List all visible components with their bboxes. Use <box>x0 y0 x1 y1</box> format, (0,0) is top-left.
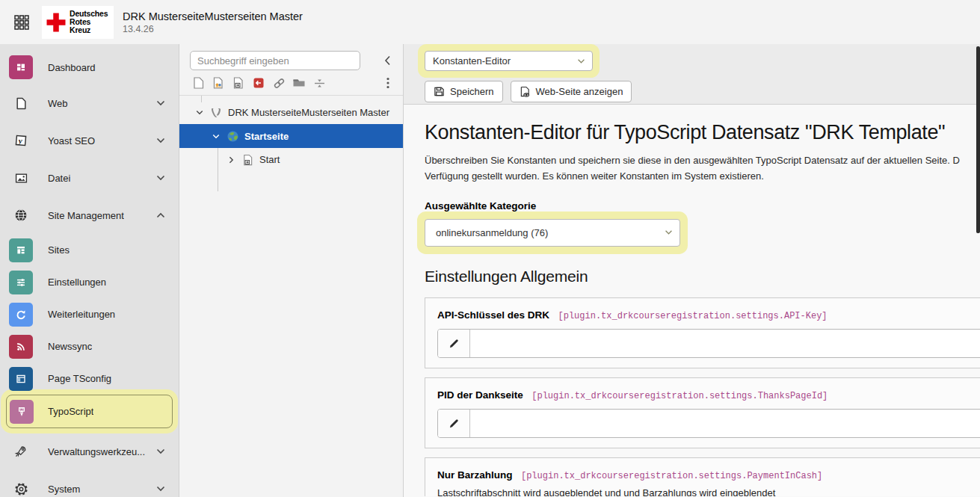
redirect-arrow-icon <box>9 303 33 327</box>
page-tree-panel: DRK MusterseiteMusterseiten Master Start… <box>179 44 404 497</box>
sidebar-item-label: TypoScript <box>48 406 93 417</box>
sidebar-item-yoast-seo[interactable]: y Yoast SEO <box>0 122 179 159</box>
sidebar-item-label: Newssync <box>48 341 92 352</box>
field-description: Lastschriftabschnitt wird ausgeblendet u… <box>437 487 980 496</box>
gear-icon <box>9 477 33 497</box>
yoast-icon: y <box>9 129 33 152</box>
page-layout-icon <box>9 367 33 391</box>
tree-node-start[interactable]: Start <box>179 148 403 171</box>
chevron-down-icon <box>156 448 165 454</box>
tree-node-label: DRK MusterseiteMusterseiten Master <box>228 107 389 118</box>
dashboard-icon <box>9 55 33 79</box>
sidebar-item-page-tsconfig[interactable]: Page TSconfig <box>0 362 179 395</box>
constant-field-panel: Nur Barzahlung [plugin.tx_drkcourseregis… <box>425 457 980 496</box>
new-shortcut-page-icon[interactable] <box>232 76 245 90</box>
rocket-icon <box>9 439 33 463</box>
chevron-down-icon <box>665 230 673 235</box>
field-constant-key: [plugin.tx_drkcourseregistration.setting… <box>531 391 828 401</box>
constant-input-group <box>437 329 980 358</box>
top-bar: DeutschesRotesKreuz DRK MusterseiteMuste… <box>0 0 980 45</box>
sliders-icon <box>9 271 33 294</box>
view-mode-value: Konstanten-Editor <box>433 55 511 67</box>
divider-icon[interactable] <box>312 76 326 90</box>
sidebar-item-system[interactable]: System <box>0 470 179 497</box>
tree-search-input[interactable] <box>190 51 360 70</box>
chevron-down-icon[interactable] <box>194 110 205 115</box>
tree-more-menu-icon[interactable] <box>386 77 389 89</box>
typo3-version: 13.4.26 <box>123 24 303 34</box>
field-header: API-Schlüssel des DRK [plugin.tx_drkcour… <box>437 308 980 321</box>
view-webpage-button[interactable]: Web-Seite anzeigen <box>511 81 632 102</box>
chevron-down-icon <box>156 486 165 492</box>
field-label: Nur Barzahlung <box>437 469 513 481</box>
field-header: Nur Barzahlung [plugin.tx_drkcourseregis… <box>437 468 980 481</box>
folder-icon[interactable] <box>292 76 306 90</box>
intro-line-1: Überschreiben Sie Konstanten und speiche… <box>425 153 980 169</box>
tree-node-startseite[interactable]: Startseite <box>179 124 403 148</box>
page-title: Konstanten-Editor für TypoScript Datensa… <box>425 121 980 144</box>
sidebar-item-datei[interactable]: Datei <box>0 159 179 197</box>
save-button-label: Speichern <box>450 86 494 97</box>
scrollbar-thumb[interactable] <box>976 46 980 233</box>
page-eye-icon <box>520 86 531 98</box>
chevron-right-icon[interactable] <box>226 156 236 164</box>
tree-node-label: Start <box>259 154 280 165</box>
new-page-icon[interactable] <box>191 76 205 90</box>
rss-icon <box>9 335 33 359</box>
link-icon[interactable] <box>272 76 286 90</box>
typo3-logo-icon <box>209 106 223 120</box>
chevron-down-icon <box>156 138 165 143</box>
page-tree: DRK MusterseiteMusterseiten Master Start… <box>179 96 403 171</box>
sidebar-item-label: Site Management <box>48 210 124 221</box>
section-title: Einstellungen Allgemein <box>425 268 980 285</box>
sidebar-item-einstellungen[interactable]: Einstellungen <box>0 266 179 298</box>
globe-icon <box>9 203 33 227</box>
constant-input-group <box>437 409 980 438</box>
category-select[interactable]: onlinekursanmeldung (76) <box>425 219 680 247</box>
category-label: Ausgewählte Kategorie <box>425 200 980 212</box>
constant-field-panel: PID der Dankseite [plugin.tx_drkcoursere… <box>425 377 980 448</box>
constant-value-input[interactable] <box>470 330 980 357</box>
doc-header: Konstanten-Editor Speichern Web-Seite an… <box>404 44 980 105</box>
red-cross-icon <box>45 11 67 34</box>
sidebar-item-verwaltungswerkzeuge[interactable]: Verwaltungswerkzeu... <box>0 433 179 470</box>
chevron-down-icon <box>156 100 165 106</box>
globe-page-icon <box>226 129 239 143</box>
sidebar-item-label: Page TSconfig <box>48 373 111 384</box>
tree-node-root[interactable]: DRK MusterseiteMusterseiten Master <box>179 101 403 124</box>
chevron-down-icon <box>156 175 165 181</box>
sidebar-item-label: Yoast SEO <box>48 135 95 146</box>
constant-value-input[interactable] <box>470 410 980 437</box>
sidebar-item-label: System <box>48 484 80 495</box>
sidebar-item-weiterleitungen[interactable]: Weiterleitungen <box>0 298 179 330</box>
constant-field-panel: API-Schlüssel des DRK [plugin.tx_drkcour… <box>425 297 980 368</box>
view-mode-select[interactable]: Konstanten-Editor <box>425 51 593 71</box>
field-constant-key: [plugin.tx_drkcourseregistration.setting… <box>558 311 828 321</box>
sidebar-item-typoscript[interactable]: TypoScript <box>6 395 173 428</box>
edit-pencil-icon[interactable] <box>438 330 470 357</box>
sidebar-item-dashboard[interactable]: Dashboard <box>0 50 179 84</box>
image-icon <box>9 166 33 190</box>
chevron-up-icon <box>156 212 165 218</box>
sidebar-item-sites[interactable]: Sites <box>0 234 179 266</box>
new-page-content-icon[interactable] <box>212 76 225 90</box>
edit-pencil-icon[interactable] <box>438 410 470 437</box>
intro-line-2: Verfügung gestellt wurden. Es können wei… <box>425 169 980 185</box>
svg-text:y: y <box>17 136 23 145</box>
drk-logo[interactable]: DeutschesRotesKreuz <box>42 6 114 39</box>
typoscript-icon <box>10 400 34 424</box>
collapse-tree-icon[interactable] <box>384 55 391 66</box>
field-constant-key: [plugin.tx_drkcourseregistration.setting… <box>521 471 822 481</box>
save-button[interactable]: Speichern <box>425 81 503 102</box>
chevron-down-icon[interactable] <box>211 134 221 139</box>
new-mountpoint-page-icon[interactable] <box>252 76 265 90</box>
sidebar-item-newssync[interactable]: Newssync <box>0 330 179 362</box>
chevron-down-icon <box>577 58 585 64</box>
sidebar-item-site-management[interactable]: Site Management <box>0 197 179 234</box>
module-body: Konstanten-Editor für TypoScript Datensa… <box>404 105 980 496</box>
sidebar-item-web[interactable]: Web <box>0 84 179 122</box>
sites-icon <box>9 238 33 262</box>
site-title: DRK MusterseiteMusterseiten Master <box>123 10 303 22</box>
view-webpage-button-label: Web-Seite anzeigen <box>536 86 623 97</box>
module-menu-toggle-icon[interactable] <box>9 10 34 35</box>
